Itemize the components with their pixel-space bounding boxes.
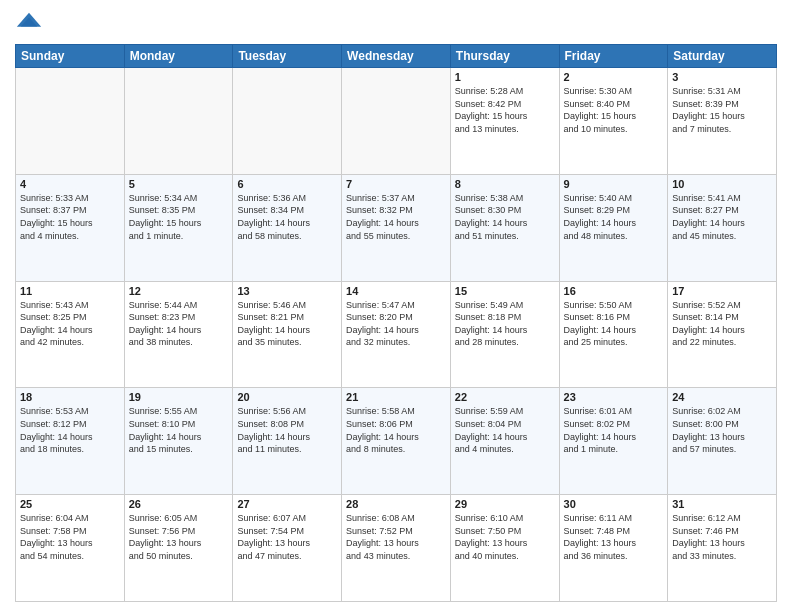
day-number: 5 xyxy=(129,178,229,190)
day-number: 1 xyxy=(455,71,555,83)
weekday-header-wednesday: Wednesday xyxy=(342,45,451,68)
week-row-4: 18Sunrise: 5:53 AM Sunset: 8:12 PM Dayli… xyxy=(16,388,777,495)
day-number: 19 xyxy=(129,391,229,403)
day-info: Sunrise: 6:11 AM Sunset: 7:48 PM Dayligh… xyxy=(564,512,664,562)
calendar-cell: 8Sunrise: 5:38 AM Sunset: 8:30 PM Daylig… xyxy=(450,174,559,281)
day-number: 18 xyxy=(20,391,120,403)
calendar-cell: 24Sunrise: 6:02 AM Sunset: 8:00 PM Dayli… xyxy=(668,388,777,495)
day-info: Sunrise: 5:31 AM Sunset: 8:39 PM Dayligh… xyxy=(672,85,772,135)
weekday-header-monday: Monday xyxy=(124,45,233,68)
day-info: Sunrise: 6:02 AM Sunset: 8:00 PM Dayligh… xyxy=(672,405,772,455)
day-info: Sunrise: 6:10 AM Sunset: 7:50 PM Dayligh… xyxy=(455,512,555,562)
day-info: Sunrise: 5:34 AM Sunset: 8:35 PM Dayligh… xyxy=(129,192,229,242)
day-info: Sunrise: 6:04 AM Sunset: 7:58 PM Dayligh… xyxy=(20,512,120,562)
day-number: 30 xyxy=(564,498,664,510)
calendar-cell: 13Sunrise: 5:46 AM Sunset: 8:21 PM Dayli… xyxy=(233,281,342,388)
day-info: Sunrise: 5:52 AM Sunset: 8:14 PM Dayligh… xyxy=(672,299,772,349)
calendar-cell: 23Sunrise: 6:01 AM Sunset: 8:02 PM Dayli… xyxy=(559,388,668,495)
day-number: 3 xyxy=(672,71,772,83)
calendar-cell: 10Sunrise: 5:41 AM Sunset: 8:27 PM Dayli… xyxy=(668,174,777,281)
page: SundayMondayTuesdayWednesdayThursdayFrid… xyxy=(0,0,792,612)
calendar-cell: 16Sunrise: 5:50 AM Sunset: 8:16 PM Dayli… xyxy=(559,281,668,388)
calendar-cell: 30Sunrise: 6:11 AM Sunset: 7:48 PM Dayli… xyxy=(559,495,668,602)
day-number: 4 xyxy=(20,178,120,190)
day-info: Sunrise: 5:58 AM Sunset: 8:06 PM Dayligh… xyxy=(346,405,446,455)
day-info: Sunrise: 5:49 AM Sunset: 8:18 PM Dayligh… xyxy=(455,299,555,349)
day-number: 26 xyxy=(129,498,229,510)
weekday-header-saturday: Saturday xyxy=(668,45,777,68)
calendar-cell: 12Sunrise: 5:44 AM Sunset: 8:23 PM Dayli… xyxy=(124,281,233,388)
calendar-cell: 22Sunrise: 5:59 AM Sunset: 8:04 PM Dayli… xyxy=(450,388,559,495)
calendar-table: SundayMondayTuesdayWednesdayThursdayFrid… xyxy=(15,44,777,602)
day-number: 16 xyxy=(564,285,664,297)
day-number: 28 xyxy=(346,498,446,510)
day-info: Sunrise: 5:37 AM Sunset: 8:32 PM Dayligh… xyxy=(346,192,446,242)
calendar-cell: 31Sunrise: 6:12 AM Sunset: 7:46 PM Dayli… xyxy=(668,495,777,602)
day-info: Sunrise: 5:56 AM Sunset: 8:08 PM Dayligh… xyxy=(237,405,337,455)
day-info: Sunrise: 5:36 AM Sunset: 8:34 PM Dayligh… xyxy=(237,192,337,242)
day-info: Sunrise: 5:43 AM Sunset: 8:25 PM Dayligh… xyxy=(20,299,120,349)
day-number: 2 xyxy=(564,71,664,83)
calendar-cell: 25Sunrise: 6:04 AM Sunset: 7:58 PM Dayli… xyxy=(16,495,125,602)
day-info: Sunrise: 5:55 AM Sunset: 8:10 PM Dayligh… xyxy=(129,405,229,455)
calendar-cell: 14Sunrise: 5:47 AM Sunset: 8:20 PM Dayli… xyxy=(342,281,451,388)
calendar-cell: 2Sunrise: 5:30 AM Sunset: 8:40 PM Daylig… xyxy=(559,68,668,175)
day-number: 29 xyxy=(455,498,555,510)
day-info: Sunrise: 5:38 AM Sunset: 8:30 PM Dayligh… xyxy=(455,192,555,242)
day-number: 14 xyxy=(346,285,446,297)
calendar-cell: 17Sunrise: 5:52 AM Sunset: 8:14 PM Dayli… xyxy=(668,281,777,388)
day-number: 31 xyxy=(672,498,772,510)
day-number: 27 xyxy=(237,498,337,510)
calendar-cell: 29Sunrise: 6:10 AM Sunset: 7:50 PM Dayli… xyxy=(450,495,559,602)
day-number: 7 xyxy=(346,178,446,190)
day-number: 17 xyxy=(672,285,772,297)
week-row-1: 1Sunrise: 5:28 AM Sunset: 8:42 PM Daylig… xyxy=(16,68,777,175)
header xyxy=(15,10,777,38)
day-info: Sunrise: 5:33 AM Sunset: 8:37 PM Dayligh… xyxy=(20,192,120,242)
calendar-cell xyxy=(124,68,233,175)
day-number: 9 xyxy=(564,178,664,190)
day-number: 6 xyxy=(237,178,337,190)
calendar-cell: 11Sunrise: 5:43 AM Sunset: 8:25 PM Dayli… xyxy=(16,281,125,388)
day-info: Sunrise: 6:07 AM Sunset: 7:54 PM Dayligh… xyxy=(237,512,337,562)
day-info: Sunrise: 5:41 AM Sunset: 8:27 PM Dayligh… xyxy=(672,192,772,242)
day-info: Sunrise: 5:50 AM Sunset: 8:16 PM Dayligh… xyxy=(564,299,664,349)
calendar-cell: 18Sunrise: 5:53 AM Sunset: 8:12 PM Dayli… xyxy=(16,388,125,495)
day-info: Sunrise: 5:40 AM Sunset: 8:29 PM Dayligh… xyxy=(564,192,664,242)
calendar-cell: 4Sunrise: 5:33 AM Sunset: 8:37 PM Daylig… xyxy=(16,174,125,281)
calendar-cell: 19Sunrise: 5:55 AM Sunset: 8:10 PM Dayli… xyxy=(124,388,233,495)
calendar-cell: 20Sunrise: 5:56 AM Sunset: 8:08 PM Dayli… xyxy=(233,388,342,495)
day-number: 12 xyxy=(129,285,229,297)
calendar-cell: 1Sunrise: 5:28 AM Sunset: 8:42 PM Daylig… xyxy=(450,68,559,175)
calendar-cell xyxy=(342,68,451,175)
week-row-3: 11Sunrise: 5:43 AM Sunset: 8:25 PM Dayli… xyxy=(16,281,777,388)
day-number: 23 xyxy=(564,391,664,403)
day-info: Sunrise: 5:47 AM Sunset: 8:20 PM Dayligh… xyxy=(346,299,446,349)
day-info: Sunrise: 5:53 AM Sunset: 8:12 PM Dayligh… xyxy=(20,405,120,455)
day-info: Sunrise: 6:08 AM Sunset: 7:52 PM Dayligh… xyxy=(346,512,446,562)
day-number: 10 xyxy=(672,178,772,190)
week-row-2: 4Sunrise: 5:33 AM Sunset: 8:37 PM Daylig… xyxy=(16,174,777,281)
calendar-cell: 28Sunrise: 6:08 AM Sunset: 7:52 PM Dayli… xyxy=(342,495,451,602)
day-number: 21 xyxy=(346,391,446,403)
weekday-header-tuesday: Tuesday xyxy=(233,45,342,68)
calendar-cell: 7Sunrise: 5:37 AM Sunset: 8:32 PM Daylig… xyxy=(342,174,451,281)
day-number: 15 xyxy=(455,285,555,297)
weekday-header-friday: Friday xyxy=(559,45,668,68)
logo-icon xyxy=(15,10,43,38)
day-number: 24 xyxy=(672,391,772,403)
day-info: Sunrise: 5:30 AM Sunset: 8:40 PM Dayligh… xyxy=(564,85,664,135)
calendar-cell: 3Sunrise: 5:31 AM Sunset: 8:39 PM Daylig… xyxy=(668,68,777,175)
calendar-cell: 27Sunrise: 6:07 AM Sunset: 7:54 PM Dayli… xyxy=(233,495,342,602)
day-info: Sunrise: 5:44 AM Sunset: 8:23 PM Dayligh… xyxy=(129,299,229,349)
day-number: 22 xyxy=(455,391,555,403)
day-number: 11 xyxy=(20,285,120,297)
calendar-cell xyxy=(16,68,125,175)
calendar-cell: 21Sunrise: 5:58 AM Sunset: 8:06 PM Dayli… xyxy=(342,388,451,495)
day-info: Sunrise: 6:01 AM Sunset: 8:02 PM Dayligh… xyxy=(564,405,664,455)
day-info: Sunrise: 5:28 AM Sunset: 8:42 PM Dayligh… xyxy=(455,85,555,135)
calendar-cell: 9Sunrise: 5:40 AM Sunset: 8:29 PM Daylig… xyxy=(559,174,668,281)
calendar-cell: 6Sunrise: 5:36 AM Sunset: 8:34 PM Daylig… xyxy=(233,174,342,281)
weekday-header-sunday: Sunday xyxy=(16,45,125,68)
day-number: 25 xyxy=(20,498,120,510)
